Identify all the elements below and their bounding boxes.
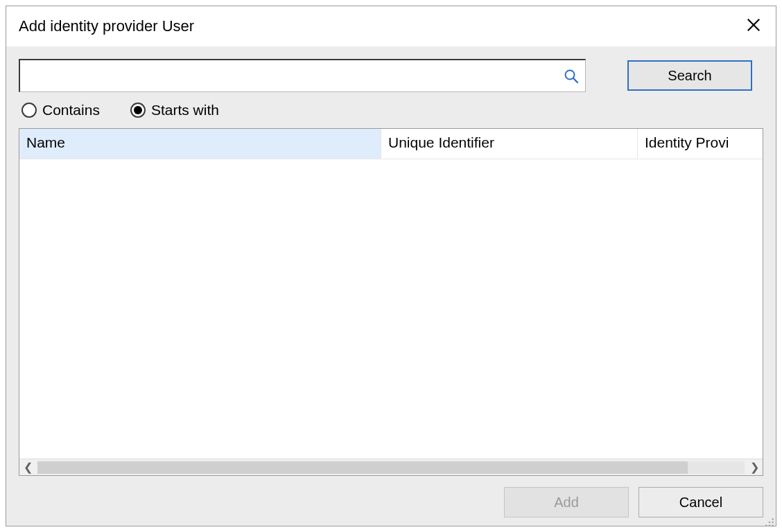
filter-radio-group: Contains Starts with xyxy=(19,102,763,118)
scroll-right-arrow-icon[interactable]: ❯ xyxy=(746,460,763,475)
search-row: Search xyxy=(19,59,763,92)
add-identity-provider-dialog: Add identity provider User Search Contai… xyxy=(6,6,776,526)
close-icon xyxy=(746,17,761,36)
scroll-left-arrow-icon[interactable]: ❮ xyxy=(19,460,36,475)
svg-point-7 xyxy=(765,525,767,526)
scroll-track[interactable] xyxy=(37,461,745,474)
svg-point-9 xyxy=(772,525,774,526)
close-button[interactable] xyxy=(744,17,763,36)
radio-contains[interactable]: Contains xyxy=(21,102,100,118)
titlebar: Add identity provider User xyxy=(6,6,776,46)
dialog-button-row: Add Cancel xyxy=(19,487,763,517)
svg-point-6 xyxy=(772,522,774,523)
search-icon xyxy=(563,68,580,85)
svg-line-3 xyxy=(573,78,577,82)
search-input[interactable] xyxy=(24,60,559,91)
radio-startswith-label: Starts with xyxy=(151,102,219,118)
dialog-title: Add identity provider User xyxy=(19,17,194,35)
column-header-name[interactable]: Name xyxy=(19,129,381,159)
cancel-button[interactable]: Cancel xyxy=(638,487,763,517)
add-button: Add xyxy=(504,487,629,517)
radio-outline-icon xyxy=(21,103,37,118)
grid-body xyxy=(19,159,763,459)
radio-outline-icon xyxy=(130,103,146,118)
grid-header: Name Unique Identifier Identity Provi xyxy=(19,129,763,159)
svg-point-8 xyxy=(769,525,770,526)
search-box xyxy=(19,59,586,92)
search-button[interactable]: Search xyxy=(627,60,752,91)
radio-starts-with[interactable]: Starts with xyxy=(130,102,219,118)
column-header-unique-identifier[interactable]: Unique Identifier xyxy=(381,129,638,159)
svg-point-5 xyxy=(769,522,770,523)
horizontal-scrollbar[interactable]: ❮ ❯ xyxy=(19,459,763,475)
svg-point-4 xyxy=(772,518,774,520)
scroll-thumb[interactable] xyxy=(37,461,688,474)
resize-grip-icon xyxy=(765,515,774,524)
results-grid: Name Unique Identifier Identity Provi ❮ … xyxy=(19,128,763,476)
radio-contains-label: Contains xyxy=(42,102,100,118)
dialog-body: Search Contains Starts with Name Unique … xyxy=(6,46,776,526)
column-header-identity-provider[interactable]: Identity Provi xyxy=(638,129,763,159)
